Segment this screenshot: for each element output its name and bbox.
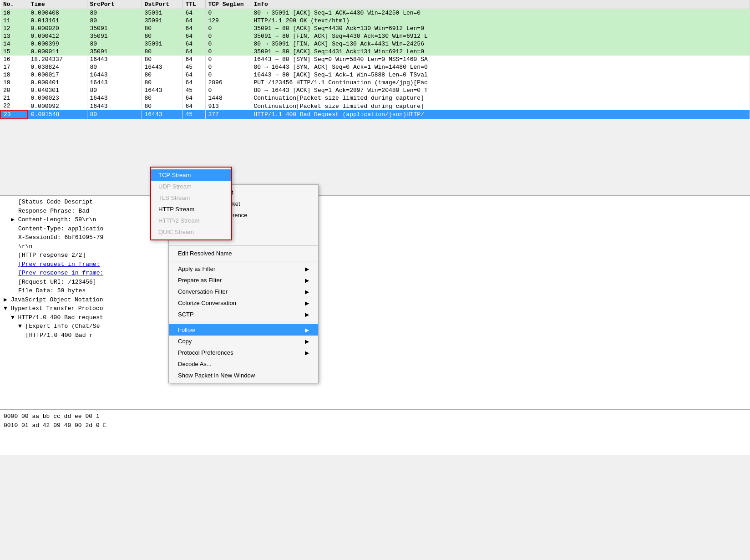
detail-line: ▼ [Expert Info (Chat/Se: [4, 322, 746, 331]
menu-separator: [169, 322, 318, 322]
detail-area: [Status Code DescriptResponse Phrase: Ba…: [0, 196, 750, 410]
hex-area: 0000 00 aa bb cc dd ee 00 1 0010 01 ad 4…: [0, 410, 750, 455]
context-menu-item-show-packet-in-new-window[interactable]: Show Packet in New Window: [169, 370, 318, 381]
detail-line: Content-Type: applicatio: [4, 224, 746, 234]
follow-submenu[interactable]: TCP StreamUDP StreamTLS StreamHTTP Strea…: [150, 167, 232, 240]
context-menu-item-edit-resolved-name[interactable]: Edit Resolved Name: [169, 248, 318, 259]
submenu-arrow-icon: ▶: [305, 289, 309, 295]
context-menu-item-decode-as---[interactable]: Decode As...: [169, 358, 318, 370]
col-time[interactable]: Time: [28, 0, 87, 9]
table-row[interactable]: 220.000092164438064913Continuation[Packe…: [0, 102, 750, 110]
hex-line: 0010 01 ad 42 09 40 00 2d 0 E: [4, 421, 746, 430]
packet-table: No. Time SrcPort DstPort TTL TCP Seglen …: [0, 0, 750, 119]
col-no[interactable]: No.: [0, 0, 28, 9]
table-row[interactable]: 210.0000231644380641448Continuation[Pack…: [0, 94, 750, 102]
context-menu-item-conversation-filter[interactable]: Conversation Filter▶: [169, 286, 318, 297]
table-row[interactable]: 200.040301801644345080 → 16443 [ACK] Seq…: [0, 87, 750, 94]
submenu-item-udp-stream: UDP Stream: [151, 181, 231, 192]
submenu-item-tcp-stream[interactable]: TCP Stream: [151, 169, 231, 181]
detail-line: ▼ Hypertext Transfer Protoco: [4, 304, 746, 313]
table-row[interactable]: 130.000412350918064035091 → 80 [FIN, ACK…: [0, 32, 750, 40]
submenu-item-tls-stream: TLS Stream: [151, 192, 231, 204]
submenu-arrow-icon: ▶: [305, 327, 309, 333]
col-srcport[interactable]: SrcPort: [87, 0, 142, 9]
col-seglen[interactable]: TCP Seglen: [205, 0, 251, 9]
table-row[interactable]: 120.000020350918064035091 → 80 [ACK] Seq…: [0, 25, 750, 32]
table-row[interactable]: 150.000011350918064035091 → 80 [ACK] Seq…: [0, 48, 750, 56]
table-row[interactable]: 1618.204337164438064016443 → 80 [SYN] Se…: [0, 56, 750, 63]
submenu-item-http-stream[interactable]: HTTP Stream: [151, 204, 231, 215]
detail-line: ▶ JavaScript Object Notation: [4, 295, 746, 305]
hex-line: 0000 00 aa bb cc dd ee 00 1: [4, 412, 746, 421]
col-ttl[interactable]: TTL: [182, 0, 205, 9]
menu-separator: [169, 261, 318, 261]
detail-line: [Prev request in frame:: [4, 260, 746, 269]
detail-line: [Request URI: /123456]: [4, 278, 746, 287]
table-row[interactable]: 140.000399803509164080 → 35091 [FIN, ACK…: [0, 40, 750, 48]
context-menu-item-follow[interactable]: Follow▶: [169, 324, 318, 336]
detail-line: Response Phrase: Bad: [4, 207, 746, 216]
detail-line: [Prev response in frame:: [4, 269, 746, 278]
context-menu-item-colorize-conversation[interactable]: Colorize Conversation▶: [169, 297, 318, 309]
table-row[interactable]: 180.000017164438064016443 → 80 [ACK] Seq…: [0, 71, 750, 79]
menu-separator: [169, 245, 318, 246]
submenu-item-http-2-stream: HTTP/2 Stream: [151, 215, 231, 226]
packet-list-area: No. Time SrcPort DstPort TTL TCP Seglen …: [0, 0, 750, 196]
table-row[interactable]: 170.038824801644345080 → 16443 [SYN, ACK…: [0, 63, 750, 71]
context-menu-item-prepare-as-filter[interactable]: Prepare as Filter▶: [169, 275, 318, 286]
context-menu-item-apply-as-filter[interactable]: Apply as Filter▶: [169, 263, 318, 275]
detail-line: ▼ HTTP/1.0 400 Bad request: [4, 313, 746, 322]
detail-line: X-SessionId: 6bf61095-79: [4, 233, 746, 242]
submenu-arrow-icon: ▶: [305, 300, 309, 306]
context-menu-item-protocol-preferences[interactable]: Protocol Preferences▶: [169, 347, 318, 358]
detail-line: [Status Code Descript: [4, 198, 746, 207]
table-row[interactable]: 230.001548801644345377HTTP/1.1 400 Bad R…: [0, 110, 750, 119]
submenu-arrow-icon: ▶: [305, 311, 309, 318]
table-row[interactable]: 100.000408803509164080 → 35091 [ACK] Seq…: [0, 9, 750, 17]
col-info[interactable]: Info: [251, 0, 750, 9]
detail-line: \r\n: [4, 242, 746, 251]
detail-line: [HTTP response 2/2]: [4, 251, 746, 260]
submenu-arrow-icon: ▶: [305, 350, 309, 356]
table-row[interactable]: 110.013161803509164129HTTP/1.1 200 OK (t…: [0, 17, 750, 25]
detail-line: ▶ Content-Length: 59\r\n: [4, 215, 746, 224]
submenu-arrow-icon: ▶: [305, 277, 309, 284]
context-menu-item-sctp[interactable]: SCTP▶: [169, 309, 318, 320]
col-dstport[interactable]: DstPort: [142, 0, 182, 9]
table-row[interactable]: 190.0004011644380642896PUT /123456 HTTP/…: [0, 79, 750, 87]
context-menu-item-copy[interactable]: Copy▶: [169, 336, 318, 347]
submenu-item-quic-stream: QUIC Stream: [151, 226, 231, 238]
detail-line: File Data: 59 bytes: [4, 286, 746, 295]
submenu-arrow-icon: ▶: [305, 338, 309, 345]
detail-line: [HTTP/1.0 400 Bad r: [4, 331, 746, 340]
submenu-arrow-icon: ▶: [305, 266, 309, 272]
